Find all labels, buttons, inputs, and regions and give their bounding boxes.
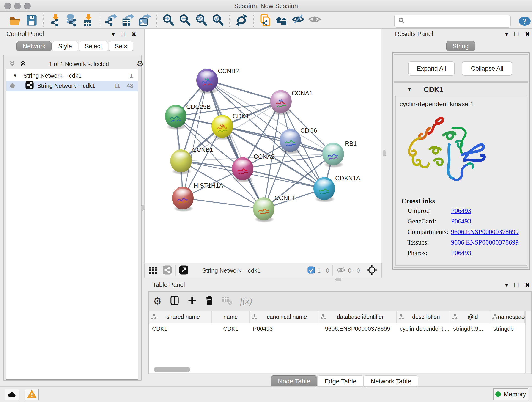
launch-view-icon[interactable] [179,265,189,276]
zoom-in-button[interactable] [161,13,176,27]
tab-sets[interactable]: Sets [109,41,133,51]
network-group-row[interactable]: ▼ String Network – cdk1 1 [6,70,138,81]
column-label: name [214,313,247,320]
delete-column-icon[interactable] [205,295,214,307]
network-overview-icon[interactable] [162,265,172,276]
column-header-shared-name[interactable]: shared name [149,311,212,323]
import-network-file-button[interactable] [48,13,62,27]
import-table-file-button[interactable] [81,13,95,27]
network-node-RB1[interactable] [322,143,344,168]
column-header-description[interactable]: description [397,311,450,323]
collapse-all-groups-icon[interactable] [8,59,16,69]
duplicate-network-button[interactable] [258,13,272,27]
export-network-button[interactable] [105,13,119,27]
crosslink-link[interactable]: P06493 [451,217,471,225]
node-table[interactable]: shared name name canonical name database… [149,311,525,373]
network-node-CCNA2[interactable] [232,157,253,182]
table-cell[interactable]: cyclin-dependent ... [397,323,450,334]
column-header-name[interactable]: name [212,311,250,323]
network-node-CDC25B[interactable] [165,105,186,130]
network-node-CCNB2[interactable] [196,69,218,94]
crosslink-link[interactable]: 9606.ENSP00000378699 [451,228,519,236]
table-horizontal-scrollbar[interactable] [154,367,190,372]
table-cell[interactable]: CDK1 [149,323,212,334]
cloud-status-button[interactable] [5,389,19,400]
save-session-button[interactable] [25,13,39,27]
collapse-panel-icon[interactable]: ▾ [505,282,508,288]
splitter-handle[interactable] [336,278,341,281]
close-panel-icon[interactable]: ✖ [132,31,137,37]
selected-checkbox-icon[interactable] [307,266,315,275]
float-panel-icon[interactable]: ❏ [121,31,126,37]
tab-select[interactable]: Select [79,41,108,51]
expander-arrow-icon[interactable]: ▼ [13,73,17,78]
collapse-all-button[interactable]: Collapse All [462,61,512,76]
show-all-button[interactable] [307,13,322,27]
zoom-selected-button[interactable] [211,13,225,27]
add-column-icon[interactable] [187,296,197,306]
control-panel-window-buttons: ▾ ❏ ✖ [112,31,136,37]
splitter-handle[interactable] [383,150,386,156]
crosslink-link[interactable]: 9606.ENSP00000378699 [451,239,519,246]
search-input[interactable] [407,16,510,26]
export-table-button[interactable] [121,13,135,27]
memory-indicator[interactable]: Memory [493,388,528,400]
table-cell[interactable]: stringdb:9... [450,323,490,334]
hidden-eye-icon[interactable] [336,266,346,275]
grid-view-icon[interactable] [148,265,157,275]
float-panel-icon[interactable]: ❏ [514,282,519,288]
network-node-CCNA1[interactable] [270,90,292,115]
network-node-HIST1H1A[interactable] [172,186,194,212]
column-header-canonical-name[interactable]: canonical name [250,311,318,323]
network-node-CDC6[interactable] [279,129,301,154]
table-vertical-scrollbar[interactable] [525,311,531,373]
import-network-database-button[interactable] [65,13,79,27]
column-header-database-identifier[interactable]: database identifier [318,311,397,323]
column-header-@id[interactable]: @id [450,311,490,323]
zoom-fit-button[interactable] [194,13,209,27]
search-field[interactable] [394,15,511,27]
help-button[interactable]: ? [517,17,532,26]
section-expander-icon[interactable]: ▼ [407,87,412,93]
tab-edge-table[interactable]: Edge Table [317,375,364,387]
network-row[interactable]: String Network – cdk1 11 48 [6,81,138,91]
refresh-button[interactable] [234,13,249,27]
close-panel-icon[interactable]: ✖ [525,282,530,288]
network-home-button[interactable] [274,13,289,27]
network-options-gear-icon[interactable]: ⚙ [136,59,144,69]
collapse-panel-icon[interactable]: ▾ [112,31,115,37]
network-node-CDKN1A[interactable] [313,177,335,202]
splitter-handle[interactable] [141,205,144,211]
open-session-button[interactable] [8,13,22,27]
delete-table-icon[interactable] [222,296,232,306]
network-canvas[interactable]: CCNB2CCNA1CDC25BCDK1CDC6RB1CCNB1CCNA2CDK… [144,29,381,264]
table-cell[interactable]: stringdb [490,323,525,334]
hide-selected-button[interactable] [291,13,305,27]
crosslink-link[interactable]: P06493 [451,249,471,257]
zoom-out-button[interactable] [178,13,192,27]
tab-node-table[interactable]: Node Table [271,375,317,387]
tab-network-table[interactable]: Network Table [364,375,418,387]
network-node-CCNE1[interactable] [253,197,274,223]
network-node-CDK1[interactable] [211,115,233,140]
warning-status-button[interactable] [25,389,39,400]
table-cell[interactable]: 9606.ENSP00000378699 [318,323,397,334]
close-panel-icon[interactable]: ✖ [525,31,530,37]
tab-style[interactable]: Style [52,41,78,51]
function-builder-icon[interactable]: f(x) [240,296,252,306]
tab-network[interactable]: Network [17,41,51,51]
table-options-gear-icon[interactable]: ⚙ [153,295,162,307]
export-image-button[interactable] [138,13,152,27]
tab-string[interactable]: String [446,41,475,51]
table-cell[interactable]: P06493 [250,323,318,334]
show-columns-icon[interactable] [170,295,180,307]
expand-all-button[interactable]: Expand All [408,61,455,76]
crosslink-link[interactable]: P06493 [451,207,471,215]
network-node-CCNB1[interactable] [170,149,192,175]
collapse-panel-icon[interactable]: ▾ [505,31,508,37]
float-panel-icon[interactable]: ❏ [514,31,519,37]
column-header-namespace[interactable]: namespace [490,311,525,323]
fit-content-icon[interactable] [366,264,377,276]
table-cell[interactable]: CDK1 [212,323,250,334]
expand-all-groups-icon[interactable] [19,59,27,69]
